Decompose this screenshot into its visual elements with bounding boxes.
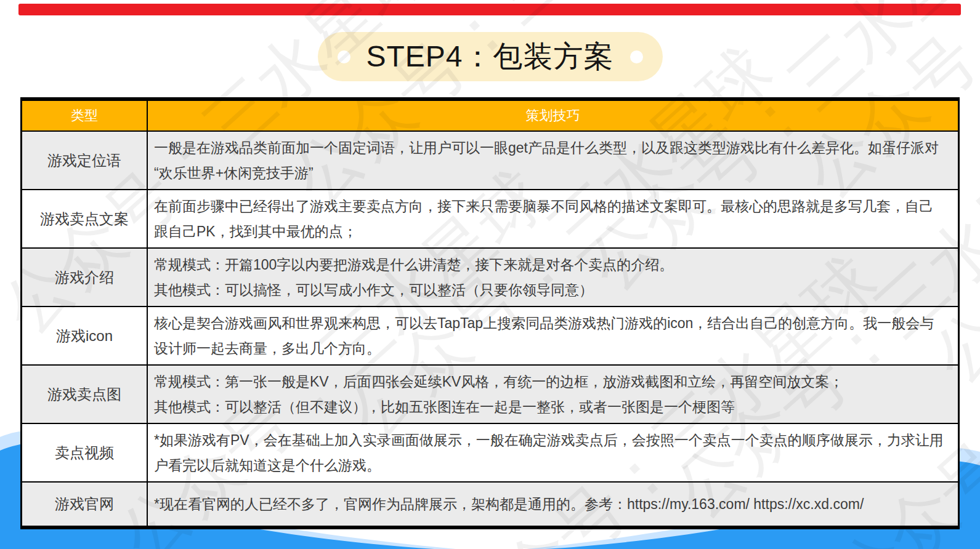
table-row: 游戏卖点图 常规模式：第一张一般是KV，后面四张会延续KV风格，有统一的边框，放… xyxy=(22,364,958,423)
type-cell: 游戏卖点文案 xyxy=(22,190,148,247)
tip-cell: 常规模式：开篇100字以内要把游戏是什么讲清楚，接下来就是对各个卖点的介绍。 其… xyxy=(148,249,958,306)
type-cell: 游戏卖点图 xyxy=(22,366,148,423)
column-header-tips: 策划技巧 xyxy=(148,101,958,130)
tip-cell: 核心是契合游戏画风和世界观来构思，可以去TapTap上搜索同品类游戏热门游戏的i… xyxy=(148,307,958,364)
tip-cell: *现在看官网的人已经不多了，官网作为品牌展示，架构都是通用的。参考：https:… xyxy=(148,483,958,526)
type-cell: 游戏定位语 xyxy=(22,132,148,189)
dot-icon xyxy=(337,50,350,63)
table-row: 游戏定位语 一般是在游戏品类前面加一个固定词语，让用户可以一眼get产品是什么类… xyxy=(22,130,958,189)
type-cell: 游戏官网 xyxy=(22,483,148,526)
table-header-row: 类型 策划技巧 xyxy=(22,101,958,130)
type-cell: 游戏icon xyxy=(22,307,148,364)
table-row: 游戏卖点文案 在前面步骤中已经得出了游戏主要卖点方向，接下来只需要脑暴不同风格的… xyxy=(22,189,958,247)
dot-icon xyxy=(630,50,643,63)
column-header-type: 类型 xyxy=(22,101,148,130)
type-cell: 游戏介绍 xyxy=(22,249,148,306)
tip-cell: 一般是在游戏品类前面加一个固定词语，让用户可以一眼get产品是什么类型，以及跟这… xyxy=(148,132,958,189)
tip-cell: *如果游戏有PV，会在基础上加入实录画面做展示，一般在确定游戏卖点后，会按照一个… xyxy=(148,424,958,481)
table-row: 游戏介绍 常规模式：开篇100字以内要把游戏是什么讲清楚，接下来就是对各个卖点的… xyxy=(22,247,958,306)
page-title: STEP4：包装方案 xyxy=(366,37,614,76)
page-title-pill: STEP4：包装方案 xyxy=(317,32,662,81)
tip-cell: 常规模式：第一张一般是KV，后面四张会延续KV风格，有统一的边框，放游戏截图和立… xyxy=(148,366,958,423)
table-row: 游戏官网 *现在看官网的人已经不多了，官网作为品牌展示，架构都是通用的。参考：h… xyxy=(22,481,958,526)
table-row: 卖点视频 *如果游戏有PV，会在基础上加入实录画面做展示，一般在确定游戏卖点后，… xyxy=(22,423,958,481)
top-accent-bar xyxy=(18,4,961,15)
slide: STEP4：包装方案 类型 策划技巧 游戏定位语 一般是在游戏品类前面加一个固定… xyxy=(0,0,980,549)
table-row: 游戏icon 核心是契合游戏画风和世界观来构思，可以去TapTap上搜索同品类游… xyxy=(22,306,958,364)
packaging-table: 类型 策划技巧 游戏定位语 一般是在游戏品类前面加一个固定词语，让用户可以一眼g… xyxy=(20,97,960,529)
tip-cell: 在前面步骤中已经得出了游戏主要卖点方向，接下来只需要脑暴不同风格的描述文案即可。… xyxy=(148,190,958,247)
type-cell: 卖点视频 xyxy=(22,424,148,481)
